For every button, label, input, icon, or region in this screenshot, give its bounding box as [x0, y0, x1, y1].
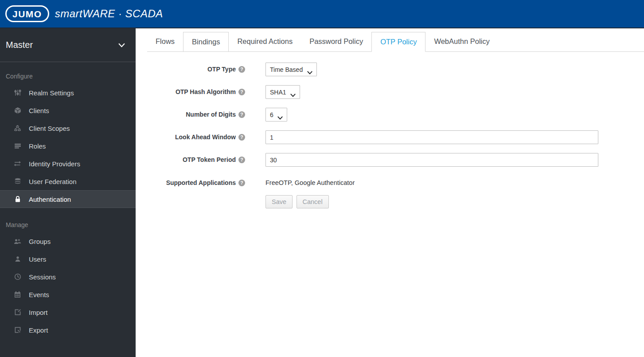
sidebar-item-label: Realm Settings: [29, 89, 74, 97]
form-row-otp-token-period: OTP Token Period ?: [147, 153, 644, 167]
otp-type-label: OTP Type: [207, 66, 236, 73]
form-actions: Save Cancel: [147, 195, 644, 208]
sidebar-section-configure: Configure: [0, 62, 136, 84]
cancel-button[interactable]: Cancel: [297, 195, 329, 208]
otp-token-period-label: OTP Token Period: [183, 156, 236, 163]
brand[interactable]: JUMO smartWARE · SCADA: [5, 5, 163, 22]
calendar-icon: [13, 291, 22, 298]
tab-bindings[interactable]: Bindings: [183, 32, 229, 51]
sidebar-item-authentication[interactable]: Authentication: [0, 190, 136, 208]
sidebar-item-label: Identity Providers: [29, 160, 80, 168]
jumo-logo-text: JUMO: [12, 9, 42, 19]
sidebar-item-import[interactable]: Import: [0, 303, 136, 321]
otp-hash-algorithm-label: OTP Hash Algorithm: [176, 88, 236, 95]
save-button[interactable]: Save: [265, 195, 293, 208]
sidebar-item-users[interactable]: Users: [0, 250, 136, 268]
number-of-digits-label: Number of Digits: [186, 111, 236, 118]
users-icon: [13, 238, 22, 245]
tab-otp-policy[interactable]: OTP Policy: [371, 32, 425, 52]
sidebar-item-label: User Federation: [29, 178, 77, 185]
otp-hash-algorithm-select[interactable]: SHA1: [265, 85, 300, 99]
form-row-number-of-digits: Number of Digits ? 6: [147, 108, 644, 122]
sidebar-item-sessions[interactable]: Sessions: [0, 268, 136, 286]
database-icon: [13, 178, 22, 185]
sidebar-item-realm-settings[interactable]: Realm Settings: [0, 84, 136, 102]
look-ahead-window-label: Look Ahead Window: [175, 133, 236, 141]
manage-nav-list: Groups Users Sessions: [0, 232, 136, 339]
sidebar-item-identity-providers[interactable]: Identity Providers: [0, 155, 136, 173]
tab-bar: Flows Bindings Required Actions Password…: [147, 32, 644, 52]
exchange-arrows-icon: [13, 160, 22, 168]
help-icon[interactable]: ?: [238, 89, 245, 95]
sidebar-item-label: Events: [29, 291, 49, 298]
supported-applications-label: Supported Applications: [166, 179, 236, 186]
sidebar-item-user-federation[interactable]: User Federation: [0, 173, 136, 190]
sidebar-section-manage: Manage: [0, 208, 136, 232]
form-row-otp-hash-algorithm: OTP Hash Algorithm ? SHA1: [147, 85, 644, 99]
lock-icon: [13, 196, 22, 203]
export-icon: [13, 326, 22, 334]
tab-webauthn-policy[interactable]: WebAuthn Policy: [425, 32, 498, 51]
jumo-logo: JUMO: [5, 5, 49, 22]
sidebar-item-events[interactable]: Events: [0, 286, 136, 303]
help-icon[interactable]: ?: [238, 111, 245, 118]
otp-type-select[interactable]: Time Based: [265, 63, 317, 76]
otp-token-period-input[interactable]: [265, 153, 598, 167]
user-icon: [13, 255, 22, 263]
sidebar-item-groups[interactable]: Groups: [0, 232, 136, 250]
sidebar-item-label: Sessions: [29, 273, 56, 281]
help-icon[interactable]: ?: [238, 180, 245, 186]
number-of-digits-select[interactable]: 6: [265, 108, 287, 122]
look-ahead-window-input[interactable]: [265, 130, 598, 144]
help-icon[interactable]: ?: [238, 157, 245, 163]
otp-policy-form: OTP Type ? Time Based OTP Hash Algorithm…: [147, 63, 644, 208]
sidebar-item-label: Users: [29, 255, 46, 263]
sidebar-item-clients[interactable]: Clients: [0, 102, 136, 119]
sidebar-item-roles[interactable]: Roles: [0, 137, 136, 155]
product-name: smartWARE · SCADA: [55, 8, 163, 20]
help-icon[interactable]: ?: [238, 66, 245, 73]
tab-password-policy[interactable]: Password Policy: [301, 32, 371, 51]
form-row-supported-applications: Supported Applications ? FreeOTP, Google…: [147, 176, 644, 186]
realm-selector[interactable]: Master: [0, 28, 136, 62]
supported-applications-value: FreeOTP, Google Authenticator: [265, 176, 355, 186]
sidebar-item-label: Import: [29, 309, 48, 316]
configure-nav-list: Realm Settings Clients Client Scopes: [0, 84, 136, 208]
tab-required-actions[interactable]: Required Actions: [229, 32, 301, 51]
chevron-down-icon: [118, 43, 125, 47]
app-header: JUMO smartWARE · SCADA: [0, 0, 644, 28]
sidebar-item-label: Authentication: [29, 196, 71, 203]
sidebar-item-export[interactable]: Export: [0, 321, 136, 339]
sidebar-item-label: Groups: [29, 238, 51, 245]
sliders-icon: [13, 89, 22, 97]
import-icon: [13, 309, 22, 316]
help-icon[interactable]: ?: [238, 134, 245, 141]
sidebar-item-label: Client Scopes: [29, 125, 70, 132]
cube-icon: [13, 107, 22, 114]
sidebar-item-client-scopes[interactable]: Client Scopes: [0, 119, 136, 137]
sidebar-item-label: Clients: [29, 107, 49, 114]
tab-flows[interactable]: Flows: [147, 32, 183, 51]
sidebar: Master Configure Realm Settings Clients: [0, 28, 136, 357]
form-row-otp-type: OTP Type ? Time Based: [147, 63, 644, 76]
sidebar-item-label: Export: [29, 326, 48, 334]
cubes-icon: [13, 125, 22, 132]
list-icon: [13, 142, 22, 150]
sidebar-item-label: Roles: [29, 142, 46, 150]
realm-name: Master: [6, 40, 33, 50]
main-content: Authentication Flows Bindings Required A…: [136, 0, 644, 208]
form-row-look-ahead-window: Look Ahead Window ?: [147, 130, 644, 144]
clock-icon: [13, 273, 22, 281]
